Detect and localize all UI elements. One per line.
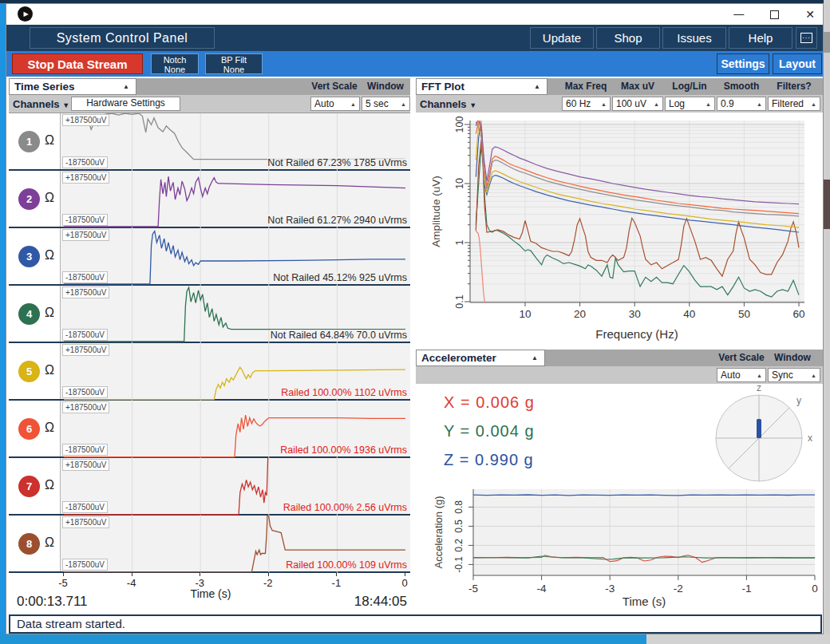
- channel-number-badge[interactable]: 7: [18, 476, 40, 497]
- max-freq-value: 60 Hz: [566, 98, 591, 109]
- time-series-title-dropdown[interactable]: Time Series ▲: [9, 78, 136, 95]
- channel-status: Not Railed 45.12% 925 uVrms: [273, 272, 407, 283]
- scale-top-label: +187500uV: [62, 114, 109, 126]
- channel-number-badge[interactable]: 3: [18, 246, 40, 267]
- ts-vert-scale-value: Auto: [314, 98, 334, 109]
- settings-button[interactable]: Settings: [717, 53, 769, 74]
- max-uv-dropdown[interactable]: 100 uV ▲: [612, 97, 663, 111]
- taskbar-strip: [0, 634, 646, 644]
- channel-row: 6Ω+187500uV-187500uVRailed 100.00% 1936 …: [9, 401, 410, 458]
- status-bar: Data stream started.: [9, 614, 822, 634]
- channel-label-area: 5Ω: [9, 343, 60, 399]
- scale-top-label: +187500uV: [62, 172, 109, 184]
- orientation-z-indicator: [757, 419, 761, 438]
- close-button[interactable]: ✕: [805, 8, 815, 21]
- notch-label: Notch: [152, 55, 198, 65]
- system-control-panel-button[interactable]: System Control Panel: [30, 27, 215, 49]
- acc-window-label: Window: [764, 352, 821, 363]
- chevron-up-icon: ▲: [532, 354, 538, 362]
- accel-x-tick-label: -1: [741, 583, 751, 595]
- time-series-header: Time Series ▲ Vert Scale Window: [9, 78, 410, 95]
- accel-series-z: [473, 495, 815, 496]
- chevron-down-icon: ▼: [62, 101, 69, 109]
- issues-button[interactable]: Issues: [662, 27, 726, 49]
- max-freq-dropdown[interactable]: 60 Hz ▲: [562, 97, 611, 111]
- impedance-symbol: Ω: [45, 248, 54, 263]
- fft-title-dropdown[interactable]: FFT Plot ▲: [416, 78, 547, 95]
- log-lin-label: Log/Lin: [662, 81, 717, 92]
- accelerometer-title-dropdown[interactable]: Accelerometer ▲: [416, 350, 545, 366]
- channel-status: Railed 100.00% 1102 uVrms: [281, 387, 407, 398]
- fft-controls: Channels ▼ 60 Hz ▲ 100 uV ▲ Log ▲ 0.9 ▲ …: [416, 95, 823, 113]
- log-lin-dropdown[interactable]: Log ▲: [665, 97, 715, 111]
- shop-button[interactable]: Shop: [596, 27, 660, 49]
- fft-x-tick-label: 60: [792, 308, 804, 320]
- channel-plot: +187500uV-187500uVRailed 100.00% 1936 uV…: [60, 401, 410, 456]
- acc-window-dropdown[interactable]: Sync ▲: [768, 368, 820, 382]
- channel-number-badge[interactable]: 5: [18, 361, 40, 382]
- hardware-settings-button[interactable]: Hardware Settings: [71, 97, 180, 111]
- channel-row: 5Ω+187500uV-187500uVRailed 100.00% 1102 …: [9, 343, 410, 401]
- fft-x-tick-label: 10: [519, 308, 531, 320]
- desktop-right-strip: [824, 0, 830, 634]
- y-axis-label: y: [796, 395, 801, 406]
- channel-number-badge[interactable]: 2: [18, 188, 40, 210]
- notch-filter-button[interactable]: Notch None: [151, 53, 199, 74]
- scale-top-label: +187500uV: [62, 459, 109, 471]
- max-uv-value: 100 uV: [616, 98, 646, 109]
- minimize-button[interactable]: —: [733, 10, 744, 18]
- fft-x-tick-label: 30: [629, 308, 641, 320]
- ts-channels-button[interactable]: Channels ▼: [13, 98, 69, 110]
- channel-label-area: 1Ω: [9, 113, 60, 169]
- chevron-up-icon: ▲: [757, 101, 762, 107]
- chevron-up-icon: ▲: [654, 101, 659, 107]
- acc-vert-scale-dropdown[interactable]: Auto ▲: [717, 368, 766, 382]
- scale-bottom-label: -187500uV: [62, 501, 108, 513]
- scale-bottom-label: -187500uV: [62, 156, 108, 168]
- fft-y-tick-label: 1: [454, 239, 465, 245]
- scale-top-label: +187500uV: [62, 286, 109, 298]
- scale-bottom-label: -187500uV: [62, 214, 108, 226]
- channel-number-badge[interactable]: 1: [18, 131, 40, 152]
- background-artifact: [824, 32, 830, 53]
- axis-tick: [405, 572, 405, 576]
- smooth-dropdown[interactable]: 0.9 ▲: [717, 97, 766, 111]
- channel-label-area: 4Ω: [9, 286, 60, 342]
- scale-bottom-label: -187500uV: [62, 559, 108, 571]
- accelerometer-title: Accelerometer: [421, 352, 496, 364]
- update-button[interactable]: Update: [530, 27, 594, 49]
- layout-button[interactable]: Layout: [773, 53, 822, 74]
- channel-number-badge[interactable]: 8: [18, 533, 40, 555]
- channel-label-area: 2Ω: [9, 171, 60, 227]
- channel-row: 4Ω+187500uV-187500uVNot Railed 64.84% 70…: [9, 286, 410, 343]
- help-button[interactable]: Help: [729, 27, 792, 49]
- bandpass-filter-button[interactable]: BP Filt None: [205, 53, 263, 74]
- clock-time: 18:44:05: [306, 594, 407, 610]
- channel-number-badge[interactable]: 4: [18, 303, 40, 325]
- fft-y-axis-label: Amplitude (uV): [430, 176, 442, 247]
- background-artifact: [824, 180, 830, 229]
- scale-top-label: +187500uV: [62, 229, 109, 241]
- channel-number-badge[interactable]: 6: [18, 418, 40, 440]
- desktop-background: ▶ — ✕ System Control Panel UpdateShopIss…: [0, 0, 830, 644]
- console-button[interactable]: ...: [796, 27, 817, 49]
- ts-window-dropdown[interactable]: 5 sec ▲: [362, 97, 410, 111]
- scale-bottom-label: -187500uV: [62, 329, 108, 341]
- axis-tick: [132, 572, 132, 576]
- stop-data-stream-button[interactable]: Stop Data Stream: [12, 53, 143, 74]
- channel-status: Not Railed 61.27% 2940 uVrms: [267, 215, 407, 226]
- filters-dropdown[interactable]: Filtered ▲: [768, 97, 820, 111]
- elapsed-time: 0:00:13.711: [17, 594, 88, 610]
- scale-bottom-label: -187500uV: [62, 386, 108, 398]
- accel-x-tick-label: -3: [605, 583, 615, 595]
- filters-label: Filters?: [766, 81, 822, 92]
- window-label: Window: [357, 81, 414, 92]
- chevron-up-icon: ▲: [601, 101, 607, 107]
- scale-bottom-label: -187500uV: [62, 444, 108, 456]
- chevron-up-icon: ▲: [401, 101, 406, 107]
- ts-vert-scale-dropdown[interactable]: Auto ▲: [310, 97, 360, 111]
- channel-plot: +187500uV-187500uVNot Railed 67.23% 1785…: [60, 113, 410, 169]
- fft-title: FFT Plot: [421, 81, 464, 93]
- maximize-button[interactable]: [770, 10, 779, 19]
- fft-channels-button[interactable]: Channels ▼: [420, 98, 476, 110]
